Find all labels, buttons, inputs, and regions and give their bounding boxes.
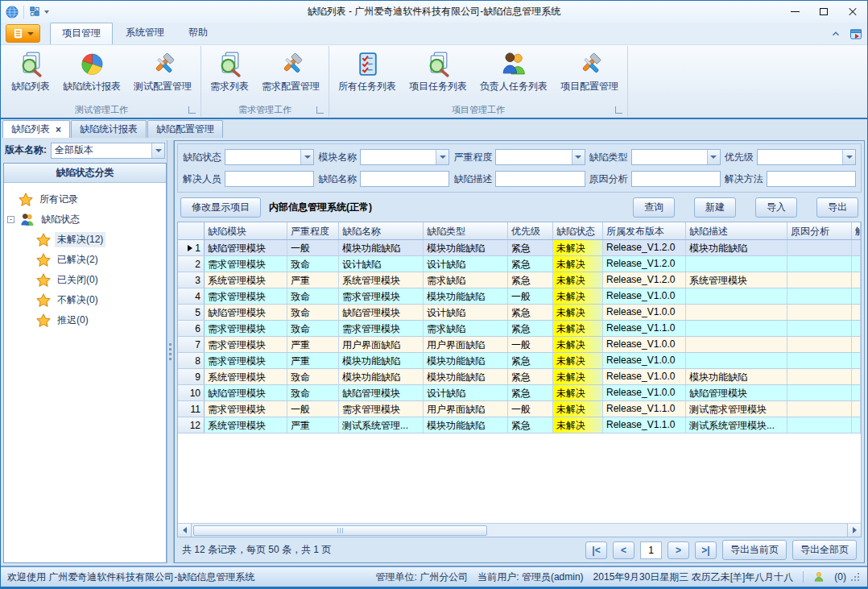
filter-solution[interactable] (767, 171, 856, 187)
tree-item-unresolved[interactable]: 未解决(12) (7, 230, 163, 250)
query-button[interactable]: 查询 (633, 197, 675, 218)
dropdown-button[interactable] (300, 150, 313, 164)
table-row[interactable]: 4需求管理模块致命需求管理模块模块功能缺陷一般未解决Release_V1.0.0 (178, 288, 861, 305)
defect-stats-report-button[interactable]: 缺陷统计报表 (57, 48, 126, 97)
scroll-right-button[interactable] (847, 524, 861, 537)
horizontal-scrollbar[interactable] (178, 523, 861, 537)
column-header-6[interactable]: 缺陷状态 (553, 222, 603, 239)
test-config-button[interactable]: 测试配置管理 (128, 48, 197, 97)
tree-item-postponed[interactable]: 推迟(0) (7, 310, 163, 330)
filter-resolver[interactable] (225, 171, 314, 187)
table-row[interactable]: 10缺陷管理模块致命缺陷管理模块设计缺陷紧急未解决Release_V1.0.0缺… (178, 385, 861, 401)
sidebar-splitter[interactable] (167, 140, 174, 563)
filter-defect-type[interactable] (631, 149, 721, 165)
table-row[interactable]: 8需求管理模块严重模块功能缺陷模块功能缺陷紧急未解决Release_V1.0.0 (178, 353, 861, 369)
column-header-8[interactable]: 缺陷描述 (686, 222, 787, 239)
export-all-pages-button[interactable]: 导出全部页 (792, 540, 857, 560)
ribbon-tab-system-management[interactable]: 系统管理 (114, 23, 176, 44)
version-combobox[interactable]: 全部版本 (51, 143, 165, 159)
filter-priority[interactable] (757, 149, 856, 165)
requirement-list-button[interactable]: 需求列表 (205, 48, 254, 97)
scrollbar-thumb[interactable] (193, 525, 487, 536)
import-button[interactable]: 导入 (755, 197, 797, 218)
minimize-button[interactable] (780, 2, 809, 23)
doc-tab-defect-stats-report[interactable]: 缺陷统计报表 (71, 120, 147, 138)
filter-severity[interactable] (495, 149, 585, 165)
next-page-button[interactable]: > (668, 541, 689, 559)
filter-defect-name[interactable] (360, 171, 449, 187)
table-cell: 需求缺陷 (424, 321, 508, 336)
filter-defect-status[interactable] (225, 149, 314, 165)
prev-page-button[interactable]: < (613, 541, 634, 559)
close-tab-icon[interactable]: × (56, 125, 61, 135)
column-header-9[interactable]: 原因分析 (787, 222, 852, 239)
dropdown-button[interactable] (842, 150, 855, 164)
tree-item-wont-fix[interactable]: 不解决(0) (7, 290, 163, 310)
table-row[interactable]: 9系统管理模块致命模块功能缺陷模块功能缺陷紧急未解决Release_V1.0.0… (178, 369, 861, 385)
dropdown-button[interactable] (707, 150, 720, 164)
tree-item-resolved[interactable]: 已解决(2) (7, 250, 163, 270)
project-tasks-button[interactable]: 项目任务列表 (403, 48, 473, 97)
filter-defect-description[interactable] (495, 171, 585, 187)
column-header-10[interactable]: 解决方法 (852, 222, 861, 239)
scroll-left-button[interactable] (178, 524, 192, 537)
table-row[interactable]: 12系统管理模块严重测试系统管理...模块功能缺陷紧急未解决Release_V1… (178, 417, 861, 433)
tree-item-defect-status[interactable]: -缺陷状态 (7, 209, 163, 230)
quick-access-icon[interactable] (29, 6, 41, 18)
requirement-config-button[interactable]: 需求配置管理 (256, 48, 325, 97)
table-row[interactable]: 3系统管理模块严重系统管理模块需求缺陷紧急未解决Release_V1.2.0系统… (178, 272, 861, 288)
last-page-button[interactable]: >| (695, 541, 717, 559)
defect-list-button[interactable]: 缺陷列表 (6, 48, 56, 97)
online-user-icon[interactable] (813, 571, 825, 583)
new-button[interactable]: 新建 (694, 197, 736, 218)
column-header-1[interactable]: 缺陷模块 (205, 222, 287, 239)
tree-item-closed[interactable]: 已关闭(0) (7, 270, 163, 290)
table-row[interactable]: 6需求管理模块致命需求管理模块需求缺陷紧急未解决Release_V1.1.0 (178, 321, 861, 337)
expander-icon[interactable]: - (7, 216, 14, 223)
dialog-launcher-icon[interactable] (615, 106, 622, 114)
table-row[interactable]: 7需求管理模块严重用户界面缺陷用户界面缺陷一般未解决Release_V1.0.0 (178, 337, 861, 353)
close-button[interactable] (838, 2, 867, 23)
version-selector-row: 版本名称: 全部版本 (3, 140, 167, 160)
minimize-ribbon-icon[interactable] (830, 28, 841, 39)
export-current-page-button[interactable]: 导出当前页 (722, 540, 787, 560)
export-button[interactable]: 导出 (816, 197, 858, 218)
table-cell: 未解决 (553, 272, 603, 288)
dropdown-button[interactable] (436, 150, 448, 164)
doc-tab-defect-config[interactable]: 缺陷配置管理 (147, 120, 223, 138)
chevron-down-icon[interactable] (44, 10, 49, 14)
resize-grip[interactable] (858, 579, 859, 581)
page-number-input[interactable] (640, 541, 662, 559)
application-menu-button[interactable] (6, 24, 40, 43)
column-header-3[interactable]: 缺陷名称 (339, 222, 424, 239)
project-config-button[interactable]: 项目配置管理 (555, 48, 624, 97)
maximize-button[interactable] (809, 2, 838, 23)
first-page-button[interactable]: |< (585, 541, 607, 559)
all-tasks-button[interactable]: 所有任务列表 (333, 48, 402, 97)
filter-cause-analysis[interactable] (631, 171, 721, 187)
help-icon[interactable] (849, 27, 862, 40)
doc-tab-defect-list[interactable]: 缺陷列表× (2, 120, 70, 138)
table-row[interactable]: 11需求管理模块一般需求管理模块用户界面缺陷一般未解决Release_V1.1.… (178, 401, 861, 417)
filter-module-name[interactable] (360, 149, 449, 165)
table-cell: 需求管理模块 (339, 288, 424, 304)
ribbon-tab-project-management[interactable]: 项目管理 (50, 23, 113, 44)
dropdown-button[interactable] (151, 143, 164, 158)
column-header-2[interactable]: 严重程度 (287, 222, 339, 239)
owner-tasks-button[interactable]: 负责人任务列表 (474, 48, 553, 97)
column-header-7[interactable]: 所属发布版本 (603, 222, 686, 239)
dropdown-button[interactable] (572, 150, 585, 164)
main-panel: 缺陷状态模块名称严重程度缺陷类型优先级解决人员缺陷名称缺陷描述原因分析解决方法 … (174, 140, 865, 563)
column-header-4[interactable]: 缺陷类型 (424, 222, 508, 239)
table-row[interactable]: 2需求管理模块致命设计缺陷设计缺陷紧急未解决Release_V1.2.0 (178, 256, 861, 272)
dialog-launcher-icon[interactable] (316, 106, 324, 114)
tree-item-all-records[interactable]: 所有记录 (7, 189, 163, 209)
table-cell: 一般 (287, 401, 339, 417)
ribbon-tab-help[interactable]: 帮助 (177, 23, 219, 44)
column-header-5[interactable]: 优先级 (508, 222, 553, 239)
dialog-launcher-icon[interactable] (188, 106, 196, 114)
table-row[interactable]: 1缺陷管理模块一般模块功能缺陷模块功能缺陷紧急未解决Release_V1.2.0… (178, 240, 861, 256)
modify-display-items-button[interactable]: 修改显示项目 (180, 197, 261, 218)
table-row[interactable]: 5缺陷管理模块致命缺陷管理模块设计缺陷紧急未解决Release_V1.0.0 (178, 305, 861, 321)
defect-status-panel: 缺陷状态分类 所有记录-缺陷状态未解决(12)已解决(2)已关闭(0)不解决(0… (3, 163, 167, 563)
